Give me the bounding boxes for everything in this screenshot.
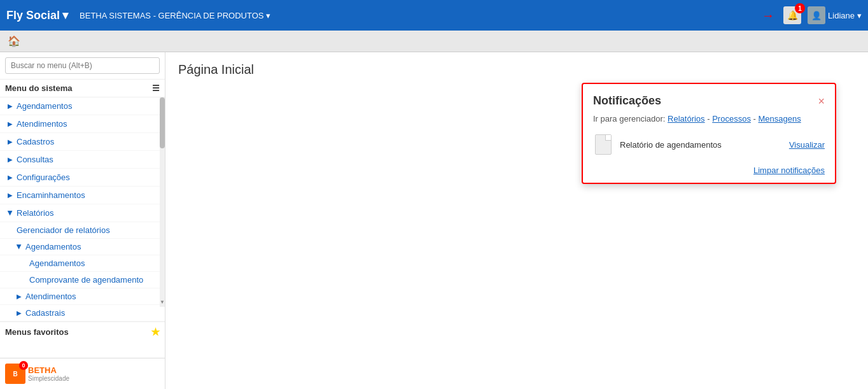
menu-label: Gerenciador de relatórios: [17, 225, 110, 235]
user-name: Lidiane: [828, 11, 855, 20]
menu-label: Encaminhamentos: [17, 190, 85, 200]
betha-notification-badge: 0: [19, 361, 28, 370]
favoritos-star-icon[interactable]: ★: [151, 326, 160, 338]
collapse-icon[interactable]: ☰: [152, 83, 160, 93]
favoritos-label: Menus favoritos: [5, 327, 69, 337]
menu-item-consultas[interactable]: ▶ Consultas: [0, 151, 165, 169]
brand-caret: ▾: [62, 8, 68, 22]
menu-label: Relatórios: [17, 208, 54, 218]
sidebar-bottom: B 0 BETHA Simplescidade: [0, 358, 165, 389]
menu-label: Configurações: [17, 173, 70, 182]
arrow-icon: ▶: [17, 309, 22, 316]
menu-label: Atendimentos: [17, 119, 67, 129]
menu-item-cadastros[interactable]: ▶ Cadastros: [0, 133, 165, 151]
arrow-icon: ▶: [17, 293, 22, 300]
sidebar: Menu do sistema ☰ ▶ Agendamentos ▶ Atend…: [0, 52, 165, 389]
menu-item-atendimentos[interactable]: ▶ Atendimentos: [0, 115, 165, 133]
menu-label: Atendimentos: [25, 292, 76, 301]
clear-notifications-link[interactable]: Limpar notificações: [753, 166, 825, 175]
menu-subitem-atendimentos[interactable]: ▶ Atendimentos: [0, 288, 165, 305]
arrow-icon: ▶: [8, 192, 13, 199]
menu-label: Cadastrais: [25, 308, 65, 318]
menu-subitem-gerenciador[interactable]: Gerenciador de relatórios: [0, 222, 165, 239]
notif-nav-row: Ir para gerenciador: Relatórios - Proces…: [593, 114, 825, 124]
user-caret: ▾: [857, 11, 862, 20]
top-nav-right: → 🔔 1 👤 Lidiane ▾: [762, 6, 862, 24]
document-icon: [595, 134, 612, 155]
arrow-icon: ▶: [8, 103, 13, 110]
notif-clear-row: Limpar notificações: [593, 166, 825, 175]
notif-item-row: Relatório de agendamentos Visualizar: [593, 132, 825, 157]
arrow-icon: ▶: [16, 244, 23, 250]
org-caret: ▾: [266, 11, 270, 20]
user-avatar: 👤: [808, 6, 825, 24]
menu-label: Agendamentos: [25, 242, 81, 251]
notif-item-icon: [593, 132, 613, 157]
arrow-icon: ▶: [8, 138, 13, 145]
arrow-icon: ▶: [8, 174, 13, 181]
brand-menu[interactable]: Fly Social ▾: [6, 8, 68, 22]
menu-item-encaminhamentos[interactable]: ▶ Encaminhamentos: [0, 187, 165, 204]
notif-popup-header: Notificações ×: [593, 94, 825, 108]
arrow-icon: ▶: [8, 156, 13, 163]
betha-logo: B 0 BETHA Simplescidade: [5, 364, 69, 384]
sidebar-menu-header: Menu do sistema ☰: [0, 80, 165, 97]
notif-arrow-indicator: →: [762, 8, 774, 23]
notif-nav-prefix: Ir para gerenciador:: [593, 114, 665, 124]
notif-popup-title: Notificações: [593, 94, 661, 108]
notifications-popup: Notificações × Ir para gerenciador: Rela…: [582, 83, 836, 184]
main-content: Página Inicial Notificações × Ir para ge…: [165, 52, 868, 389]
menu-item-configuracoes[interactable]: ▶ Configurações: [0, 169, 165, 187]
menu-subitem-cadastrais[interactable]: ▶ Cadastrais: [0, 305, 165, 322]
betha-logo-icon: B 0: [5, 364, 25, 384]
sidebar-menu-content: ▶ Agendamentos ▶ Atendimentos ▶ Cadastro…: [0, 97, 165, 358]
sidebar-search-container: [0, 52, 165, 80]
menu-subitem2-agendamentos[interactable]: Agendamentos: [0, 255, 165, 272]
menu-item-agendamentos[interactable]: ▶ Agendamentos: [0, 97, 165, 115]
notif-link-relatorios[interactable]: Relatórios: [668, 114, 705, 124]
betha-text-container: BETHA Simplescidade: [28, 365, 69, 382]
notification-button[interactable]: 🔔 1: [783, 6, 801, 24]
arrow-icon: ▶: [8, 120, 13, 127]
org-menu[interactable]: BETHA SISTEMAS - GERÊNCIA DE PRODUTOS ▾: [80, 11, 270, 20]
main-layout: Menu do sistema ☰ ▶ Agendamentos ▶ Atend…: [0, 52, 868, 389]
menu-subitem-agendamentos[interactable]: ▶ Agendamentos: [0, 239, 165, 255]
menu-header-label: Menu do sistema: [5, 83, 72, 93]
notification-badge: 1: [795, 3, 805, 13]
notif-close-button[interactable]: ×: [818, 95, 825, 107]
betha-sub-text: Simplescidade: [28, 375, 69, 382]
user-menu[interactable]: 👤 Lidiane ▾: [808, 6, 862, 24]
org-name: BETHA SISTEMAS - GERÊNCIA DE PRODUTOS: [80, 11, 263, 20]
betha-brand-text: BETHA: [28, 365, 69, 375]
notif-sep-1: -: [707, 114, 712, 124]
favoritos-header: Menus favoritos ★: [0, 322, 165, 342]
notif-link-processos[interactable]: Processos: [712, 114, 751, 124]
top-nav: Fly Social ▾ BETHA SISTEMAS - GERÊNCIA D…: [0, 0, 868, 31]
menu-label: Consultas: [17, 155, 53, 164]
menu-label: Agendamentos: [17, 101, 72, 111]
notif-visualizar-link[interactable]: Visualizar: [789, 140, 825, 150]
notif-link-mensagens[interactable]: Mensagens: [758, 114, 801, 124]
search-input[interactable]: [5, 57, 160, 74]
menu-subitem2-comprovante[interactable]: Comprovante de agendamento: [0, 272, 165, 288]
arrow-icon: ▶: [7, 211, 14, 216]
second-nav: 🏠: [0, 31, 868, 52]
brand-name: Fly Social: [6, 9, 60, 22]
menu-label: Cadastros: [17, 137, 54, 146]
home-button[interactable]: 🏠: [5, 32, 23, 50]
page-title: Página Inicial: [178, 62, 855, 77]
menu-item-relatorios[interactable]: ▶ Relatórios: [0, 204, 165, 222]
notif-item-label: Relatório de agendamentos: [620, 140, 783, 150]
